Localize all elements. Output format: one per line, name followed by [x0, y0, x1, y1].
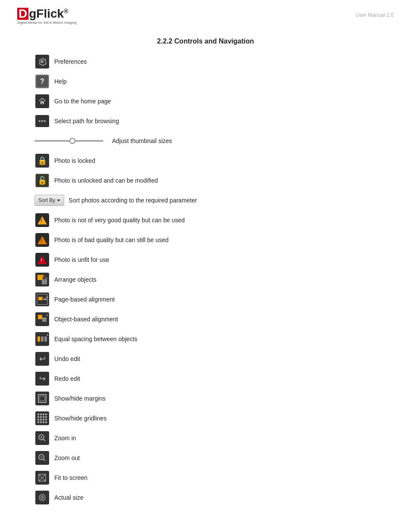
item-equal-spacing: Equal spacing between objects [34, 331, 377, 347]
svg-rect-1 [42, 103, 43, 104]
item-margins: Show/hide margins [34, 391, 377, 406]
home-icon [34, 93, 50, 109]
arrange-label: Arrange objects [54, 276, 97, 283]
item-sortby: Sort By Sort photos according to the req… [34, 193, 377, 208]
equal-spacing-label: Equal spacing between objects [54, 336, 137, 342]
margins-icon [34, 391, 50, 406]
item-actual-size: Actual size [34, 490, 377, 505]
item-warn-orange: Photo is of bad quality but can still be… [34, 232, 377, 248]
svg-rect-3 [42, 279, 47, 284]
logo: DgFlick® Digital Media for Still & Motio… [17, 8, 76, 25]
redo-label: Redo edit [54, 375, 80, 382]
help-icon: ? [34, 74, 50, 89]
fit-screen-label: Fit to screen [54, 474, 87, 481]
item-home: Go to the home page [34, 93, 377, 109]
item-zoom-out: Zoom out [34, 450, 377, 466]
item-unlocked: 🔓 Photo is unlocked and can be modified [34, 173, 377, 188]
sortby-icon: Sort By [34, 193, 64, 208]
actual-size-label: Actual size [54, 494, 84, 501]
warn-orange-icon [34, 232, 50, 248]
svg-rect-11 [42, 317, 47, 322]
lock-icon: 🔒 [34, 153, 50, 168]
svg-line-23 [44, 459, 46, 461]
gridlines-label: Show/hide gridlines [54, 415, 106, 422]
manual-version: User Manual-2.0 [355, 8, 394, 18]
item-warn-yellow: Photo is not of very good quality but ca… [34, 212, 377, 228]
warn-red-label: Photo is unfit for use [54, 256, 109, 263]
svg-rect-10 [38, 315, 42, 319]
svg-rect-8 [44, 298, 47, 300]
page-align-icon [34, 292, 50, 307]
undo-icon: ↩ [34, 351, 50, 367]
svg-marker-12 [47, 314, 48, 316]
svg-rect-4 [42, 275, 44, 277]
preferences-label: Preferences [54, 58, 87, 65]
item-gridlines: Show/hide gridlines [34, 411, 377, 426]
item-preferences: Preferences [34, 54, 377, 69]
margins-label: Show/hide margins [54, 395, 106, 402]
item-warn-red: Photo is unfit for use [34, 252, 377, 268]
object-align-icon [34, 311, 50, 327]
actual-size-icon [34, 490, 50, 505]
equal-spacing-icon [34, 331, 50, 347]
svg-marker-16 [47, 334, 48, 336]
home-label: Go to the home page [54, 98, 111, 105]
zoom-out-icon [34, 450, 50, 466]
preferences-icon [34, 54, 50, 69]
thumbnail-slider-icon [34, 133, 108, 149]
item-arrange: Arrange objects [34, 272, 377, 287]
fit-screen-icon [34, 470, 50, 485]
gridlines-icon [34, 411, 50, 426]
svg-marker-5 [46, 277, 47, 279]
svg-rect-7 [38, 297, 43, 300]
warn-yellow-label: Photo is not of very good quality but ca… [54, 217, 185, 224]
item-browse: Select path for browsing [34, 113, 377, 129]
item-help: ? Help [34, 74, 377, 89]
browse-label: Select path for browsing [54, 118, 119, 124]
page-align-label: Page-based alignment [54, 296, 115, 303]
help-label: Help [54, 78, 67, 85]
warn-red-icon [34, 252, 50, 268]
item-object-align: Object-based alignment [34, 311, 377, 327]
item-undo: ↩ Undo edit [34, 351, 377, 367]
thumbnail-label: Adjust thumbnail sizes [112, 137, 172, 144]
sortby-label: Sort photos according to the required pa… [68, 197, 197, 204]
locked-label: Photo is locked [54, 157, 95, 164]
logo-tagline: Digital Media for Still & Motion Imaging [17, 21, 76, 25]
svg-rect-29 [41, 476, 44, 479]
browse-icon [34, 113, 50, 129]
svg-rect-13 [37, 336, 40, 342]
logo-text: DgFlick® [17, 8, 76, 20]
page-title: 2.2.2 Controls and Navigation [0, 37, 411, 45]
svg-rect-14 [41, 336, 44, 342]
warn-yellow-icon [34, 212, 50, 228]
undo-label: Undo edit [54, 355, 80, 362]
item-page-align: Page-based alignment [34, 292, 377, 307]
header: DgFlick® Digital Media for Still & Motio… [0, 0, 411, 25]
item-redo: ↪ Redo edit [34, 371, 377, 386]
unlocked-label: Photo is unlocked and can be modified [54, 177, 158, 184]
zoom-in-label: Zoom in [54, 435, 76, 442]
svg-line-20 [44, 439, 46, 442]
item-zoom-in: Zoom in [34, 430, 377, 446]
zoom-in-icon [34, 430, 50, 446]
content-area: Preferences ? Help Go to the home page [0, 54, 411, 527]
item-fit-screen: Fit to screen [34, 470, 377, 485]
warn-orange-label: Photo is of bad quality but can still be… [54, 236, 168, 243]
svg-rect-15 [44, 336, 47, 342]
logo-rest-text: gFlick® [29, 8, 68, 20]
unlock-icon: 🔓 [34, 173, 50, 188]
arrange-icon [34, 272, 50, 287]
redo-icon: ↪ [34, 371, 50, 386]
logo-d-letter: D [17, 8, 28, 20]
item-thumbnail: Adjust thumbnail sizes [34, 133, 377, 149]
object-align-label: Object-based alignment [54, 316, 118, 323]
zoom-out-label: Zoom out [54, 454, 80, 461]
item-locked: 🔒 Photo is locked [34, 153, 377, 168]
